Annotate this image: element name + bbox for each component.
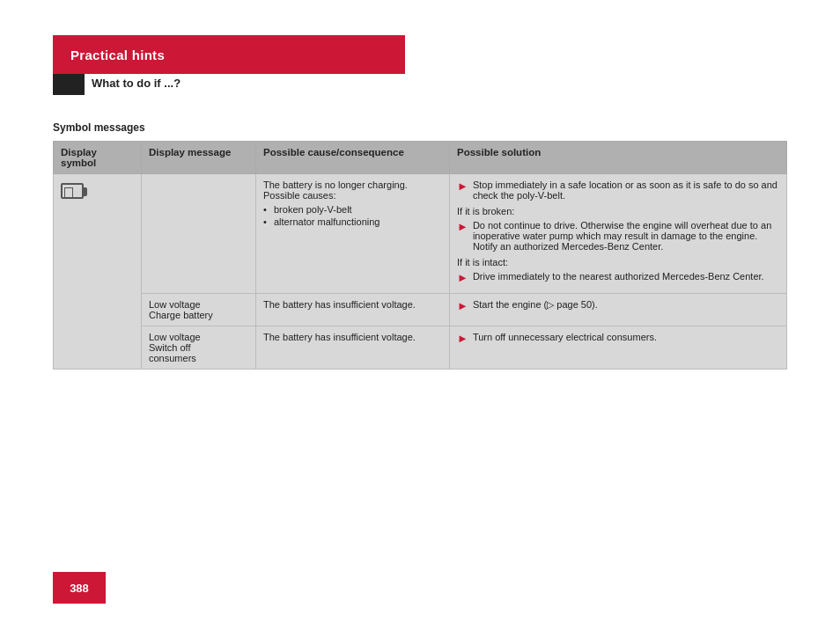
page-number: 388: [70, 582, 89, 595]
col-header-message: Display message: [142, 142, 256, 174]
cause-list: broken poly-V-belt alternator malfunctio…: [263, 204, 442, 227]
cell-symbol: [54, 174, 142, 370]
cell-message-3: Low voltage Switch off consumers: [142, 326, 256, 370]
bullet-item-2: alternator malfunctioning: [263, 216, 442, 227]
subheader-accent: [53, 74, 85, 95]
msg3-line2: Switch off: [149, 342, 191, 353]
arrow-icon-5: ►: [457, 332, 468, 345]
header-bar: Practical hints: [53, 35, 405, 74]
table-row-3: Low voltage Switch off consumers The bat…: [54, 326, 787, 370]
col-header-solution: Possible solution: [450, 142, 787, 174]
cell-cause-3: The battery has insufficient voltage.: [256, 326, 450, 370]
arrow-icon-1: ►: [457, 179, 468, 193]
solution-item-1: ► Stop immediately in a safe location or…: [457, 179, 779, 201]
cell-message-2: Low voltage Charge battery: [142, 294, 256, 326]
solution-text-1: Stop immediately in a safe location or a…: [473, 179, 779, 201]
cell-solution-2: ► Start the engine (▷ page 50).: [450, 294, 787, 326]
section-heading: Symbol messages: [53, 121, 145, 134]
page-number-bar: 388: [53, 572, 106, 604]
solution-text-4: Start the engine (▷ page 50).: [473, 299, 779, 311]
cell-solution-3: ► Turn off unnecessary electrical consum…: [450, 326, 787, 370]
table-row: The battery is no longer charging. Possi…: [54, 174, 787, 294]
if-intact-label: If it is intact:: [457, 257, 779, 267]
arrow-icon-3: ►: [457, 271, 468, 284]
msg2-line1: Low voltage: [149, 299, 201, 310]
solution-item-3: ► Drive immediately to the nearest autho…: [457, 271, 779, 284]
subheader-label: What to do if ...?: [92, 77, 181, 90]
cell-cause-2: The battery has insufficient voltage.: [256, 294, 450, 326]
solution-item-4: ► Start the engine (▷ page 50).: [457, 299, 779, 312]
solution-text-5: Turn off unnecessary electrical consumer…: [473, 332, 779, 342]
battery-icon: [61, 183, 84, 199]
arrow-icon-4: ►: [457, 299, 468, 312]
page-title: Practical hints: [70, 48, 165, 62]
cell-message-1: [142, 174, 256, 294]
cell-solution-1: ► Stop immediately in a safe location or…: [450, 174, 787, 294]
solution-item-2: ► Do not continue to drive. Otherwise th…: [457, 220, 779, 252]
msg2-line2: Charge battery: [149, 310, 213, 320]
bullet-item-1: broken poly-V-belt: [263, 204, 442, 215]
msg3-line3: consumers: [149, 353, 196, 363]
solution-text-3: Drive immediately to the nearest authori…: [473, 271, 779, 282]
solution-text-2: Do not continue to drive. Otherwise the …: [473, 220, 779, 252]
col-header-symbol: Display symbol: [54, 142, 142, 174]
solution-item-5: ► Turn off unnecessary electrical consum…: [457, 332, 779, 345]
col-header-cause: Possible cause/consequence: [256, 142, 450, 174]
cell-cause-1: The battery is no longer charging. Possi…: [256, 174, 450, 294]
arrow-icon-2: ►: [457, 220, 468, 233]
if-broken-label: If it is broken:: [457, 206, 779, 216]
table-row-2: Low voltage Charge battery The battery h…: [54, 294, 787, 326]
cause-intro: The battery is no longer charging. Possi…: [263, 179, 408, 201]
msg3-line1: Low voltage: [149, 332, 201, 342]
main-table: Display symbol Display message Possible …: [53, 141, 787, 370]
